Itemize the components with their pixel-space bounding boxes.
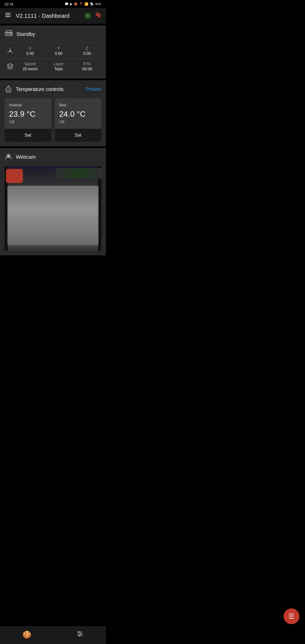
hotend-label: Hotend [9,103,47,107]
temperature-title: Temperature controls [16,86,64,92]
cube-icon [5,62,16,71]
flash-icon[interactable] [95,12,101,20]
youtube-icon: ▶ [70,2,72,6]
webcam-card: Webcam [0,148,106,255]
printer-icon [5,30,13,38]
webcam-circuit-board [56,168,101,178]
x-coordinate: X 0.00 [16,46,44,56]
info-row: Speed 25 mm/s Layer Todo ETA 00:00 [5,58,101,74]
bed-control: Bed 24.0 °C Off Set [55,98,102,142]
status-bar: 22:31 💬 ▶ 🔕 📍 📶 📡 46% [0,0,106,8]
webcam-red-object [6,169,23,183]
status-title: Standby [16,31,35,37]
temperature-header: Temperature controls Presets [5,85,101,94]
presets-button[interactable]: Presets [86,87,101,92]
svg-point-13 [8,155,9,156]
status-header: Standby [5,30,101,38]
svg-point-11 [10,50,11,51]
svg-rect-5 [6,31,11,33]
whatsapp-icon: 💬 [65,2,69,6]
layer-info: Layer Todo [44,62,73,71]
bed-label: Bed [59,103,97,107]
header-title: V2.1111 - Dashboard [16,13,80,19]
webcam-feed[interactable] [5,166,101,251]
app-header: V2.1111 - Dashboard [0,8,106,24]
flame-icon [5,85,12,94]
printer-status-card: Standby X 0.00 Y 0.00 Z 0.00 [0,25,106,79]
hotend-temp: 23.9 °C [9,110,47,119]
bed-temp: 24.0 °C [59,110,97,119]
webcam-icon [5,153,12,162]
temperature-card: Temperature controls Presets Hotend 23.9… [0,80,106,146]
status-time: 22:31 [5,2,14,6]
y-coordinate: Y 0.00 [44,46,73,56]
header-icons [85,12,101,20]
eta-info: ETA 00:00 [73,62,101,71]
location-icon: 📍 [79,2,83,6]
signal-icon: 📡 [90,2,94,6]
webcam-print-bed [7,186,99,245]
coordinates-row: X 0.00 Y 0.00 Z 0.00 [5,43,101,58]
position-icon [5,46,16,56]
bed-set-button[interactable]: Set [55,129,102,142]
svg-rect-6 [7,34,11,36]
status-icons: 💬 ▶ 🔕 📍 📶 📡 46% [65,2,101,6]
svg-point-7 [11,34,12,34]
mute-icon: 🔕 [74,2,78,6]
webcam-title: Webcam [16,154,36,160]
z-coordinate: Z 0.00 [73,46,101,56]
hotend-control: Hotend 23.9 °C Off Set [5,98,51,142]
menu-button[interactable] [5,12,11,20]
speed-info: Speed 25 mm/s [16,62,44,71]
hotend-set-button[interactable]: Set [5,129,51,142]
wifi-icon: 📶 [84,2,88,6]
hotend-status: Off [9,120,47,124]
bed-status: Off [59,120,97,124]
temperature-controls: Hotend 23.9 °C Off Set Bed 24.0 °C Off S… [5,98,101,142]
battery-icon: 46% [95,2,101,6]
webcam-header: Webcam [5,153,101,162]
connection-status-icon [85,13,91,19]
